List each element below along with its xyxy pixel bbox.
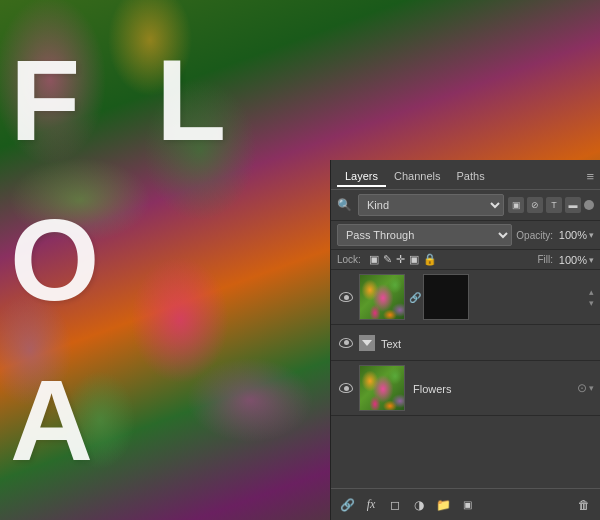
tab-paths[interactable]: Paths — [449, 167, 493, 187]
lock-transparent-icon[interactable]: ▣ — [369, 253, 379, 266]
layer-info-text: Text — [381, 334, 594, 352]
layer-visibility-text[interactable] — [337, 334, 355, 352]
group-arrow-icon — [362, 340, 372, 346]
layer-item-clipping[interactable]: 🔗 ▴ ▾ — [331, 270, 600, 325]
chain-icon: 🔗 — [407, 274, 423, 320]
layer-right-flowers: ⊙ ▾ — [577, 381, 594, 395]
lock-artboard-icon[interactable]: ▣ — [409, 253, 419, 266]
lock-row: Lock: ▣ ✎ ✛ ▣ 🔒 Fill: 100% ▾ — [331, 250, 600, 270]
layer-thumb-flowers — [359, 365, 405, 411]
layer-item-flowers[interactable]: Flowers ⊙ ▾ — [331, 361, 600, 416]
panel-toolbar: 🔗 fx ◻ ◑ 📁 ▣ 🗑 — [331, 488, 600, 520]
eye-icon-clipping — [339, 292, 353, 302]
eye-icon-text — [339, 338, 353, 348]
layer-name-flowers: Flowers — [413, 383, 452, 395]
lock-icons: ▣ ✎ ✛ ▣ 🔒 — [369, 253, 437, 266]
panel-menu-icon[interactable]: ≡ — [586, 169, 594, 184]
layers-panel-container: Layers Channels Paths ≡ 🔍 Kind ▣ ⊘ T ▬ P… — [330, 160, 600, 520]
lock-pixels-icon[interactable]: ✎ — [383, 253, 392, 266]
scroll-arrows: ▴ ▾ — [589, 287, 594, 308]
kind-filter-select[interactable]: Kind — [358, 194, 504, 216]
blend-mode-select[interactable]: Pass Through — [337, 224, 512, 246]
filter-smartobj-icon[interactable] — [584, 200, 594, 210]
layer-thumb-pair: 🔗 — [359, 274, 469, 320]
opacity-chevron: ▾ — [589, 230, 594, 240]
panel-tabs: Layers Channels Paths ≡ — [331, 160, 600, 190]
layer-thumb-black-1 — [423, 274, 469, 320]
layer-thumb-flower-1 — [359, 274, 405, 320]
eye-icon-flowers — [339, 383, 353, 393]
opacity-value[interactable]: 100% — [555, 229, 587, 241]
opacity-group: Opacity: 100% ▾ — [516, 229, 594, 241]
delete-layer-button[interactable]: 🗑 — [574, 495, 594, 515]
layer-effects-button[interactable]: fx — [361, 495, 381, 515]
layer-right-arrows: ▴ ▾ — [589, 287, 594, 308]
flower-thumbnail-1 — [360, 275, 404, 319]
fill-value[interactable]: 100% — [555, 254, 587, 266]
fill-label: Fill: — [537, 254, 553, 265]
group-folder-icon — [359, 335, 375, 351]
layers-list: 🔗 ▴ ▾ — [331, 270, 600, 488]
filter-row: 🔍 Kind ▣ ⊘ T ▬ — [331, 190, 600, 221]
lock-position-icon[interactable]: ✛ — [396, 253, 405, 266]
layers-panel: Layers Channels Paths ≡ 🔍 Kind ▣ ⊘ T ▬ P… — [330, 160, 600, 520]
tab-channels[interactable]: Channels — [386, 167, 448, 187]
search-icon: 🔍 — [337, 198, 352, 212]
layer-visibility-flowers[interactable] — [337, 379, 355, 397]
filter-icons: ▣ ⊘ T ▬ — [508, 197, 594, 213]
fill-group: Fill: 100% ▾ — [537, 254, 594, 266]
fill-chevron: ▾ — [589, 255, 594, 265]
layer-name-text: Text — [381, 338, 401, 350]
filter-type-icon[interactable]: T — [546, 197, 562, 213]
layer-item-text[interactable]: Text — [331, 325, 600, 361]
link-layers-button[interactable]: 🔗 — [337, 495, 357, 515]
flower-thumbnail-2 — [360, 366, 404, 410]
black-thumbnail-1 — [424, 275, 468, 319]
arrow-up[interactable]: ▴ — [589, 287, 594, 297]
smart-object-icon: ⊙ — [577, 381, 587, 395]
filter-shape-icon[interactable]: ▬ — [565, 197, 581, 213]
new-layer-button[interactable]: ▣ — [457, 495, 477, 515]
adjustment-layer-button[interactable]: ◑ — [409, 495, 429, 515]
blend-mode-row: Pass Through Opacity: 100% ▾ — [331, 221, 600, 250]
lock-all-icon[interactable]: 🔒 — [423, 253, 437, 266]
layer-visibility-clipping[interactable] — [337, 288, 355, 306]
lock-label: Lock: — [337, 254, 361, 265]
filter-adjustment-icon[interactable]: ⊘ — [527, 197, 543, 213]
add-mask-button[interactable]: ◻ — [385, 495, 405, 515]
new-group-button[interactable]: 📁 — [433, 495, 453, 515]
opacity-label: Opacity: — [516, 230, 553, 241]
filter-pixel-icon[interactable]: ▣ — [508, 197, 524, 213]
tab-layers[interactable]: Layers — [337, 167, 386, 187]
layer-arrow: ▾ — [589, 383, 594, 393]
layer-info-flowers: Flowers — [413, 379, 573, 397]
arrow-down[interactable]: ▾ — [589, 298, 594, 308]
